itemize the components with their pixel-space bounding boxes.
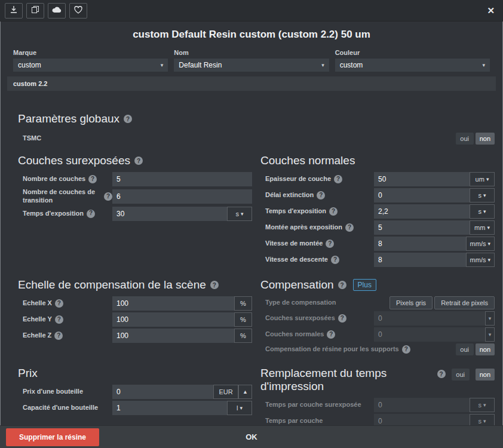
montee-apres-exposition-input[interactable]: 5	[374, 220, 470, 235]
supports-non-button[interactable]: non	[476, 343, 495, 355]
unit-select[interactable]: um ▾	[470, 172, 495, 186]
help-icon[interactable]: ?	[338, 314, 346, 323]
currency-dropdown-button[interactable]: ▲	[238, 385, 252, 399]
couleur-label: Couleur	[335, 49, 490, 56]
tsmc-oui-button[interactable]: oui	[456, 133, 474, 145]
help-icon[interactable]: ?	[88, 175, 97, 183]
delai-extinction-input[interactable]: 0	[374, 188, 470, 202]
field-row: Nombre de couches de transition ? 6	[23, 188, 252, 205]
scale-title: Echelle de compensation de la scène ?	[18, 278, 252, 291]
field-row: Couches surexposées ? 0 ▾	[265, 311, 495, 326]
retrait-de-pixels-button[interactable]: Retrait de pixels	[434, 296, 495, 309]
echelle-y-input[interactable]: 100	[112, 312, 234, 327]
help-icon[interactable]: ?	[124, 115, 132, 123]
chevron-down-icon: ▾	[483, 192, 486, 198]
help-icon[interactable]: ?	[327, 330, 335, 339]
download-button[interactable]	[5, 3, 23, 19]
chevron-down-icon: ▾	[486, 176, 489, 182]
help-icon[interactable]: ?	[210, 281, 219, 289]
price-title: Prix	[18, 367, 252, 380]
field-row: Epaisseur de couche ? 50 um ▾	[265, 172, 495, 186]
temps-exposition-input[interactable]: 2,2	[374, 204, 470, 219]
epaisseur-couche-input[interactable]: 50	[374, 172, 470, 186]
cloud-upload-button[interactable]	[48, 3, 66, 19]
help-icon[interactable]: ?	[437, 370, 446, 378]
time-override-section: Remplacement du temps d'impression ? oui…	[260, 357, 495, 430]
tsmc-non-button[interactable]: non	[476, 133, 495, 145]
unit-select[interactable]: mm/s ▾	[466, 253, 495, 267]
time-override-oui-button[interactable]: oui	[452, 369, 470, 381]
unit-select[interactable]: s ▾	[470, 398, 495, 412]
delete-resin-button[interactable]: Supprimer la résine	[6, 428, 99, 446]
field-label: Vitesse de descente ?	[265, 256, 374, 264]
close-button[interactable]: ✕	[483, 4, 498, 17]
vitesse-montee-input[interactable]: 8	[374, 237, 466, 251]
vitesse-descente-input[interactable]: 8	[374, 253, 466, 267]
echelle-z-input[interactable]: 100	[112, 329, 234, 343]
marque-value: custom	[18, 61, 41, 69]
help-icon[interactable]: ?	[54, 332, 63, 340]
help-icon[interactable]: ?	[402, 345, 410, 354]
unit-select[interactable]: l ▾	[227, 401, 252, 415]
echelle-x-input[interactable]: 100	[112, 296, 234, 311]
help-icon[interactable]: ?	[345, 223, 354, 232]
help-icon[interactable]: ?	[326, 240, 334, 248]
global-params-section: Paramètres globaux ? TSMC oui non	[0, 112, 503, 145]
field-label: Echelle Y ?	[23, 315, 112, 324]
help-icon[interactable]: ?	[134, 157, 143, 165]
compensation-section: Compensation ? Plus Type de compensation…	[260, 269, 495, 357]
duplicate-button[interactable]	[26, 3, 44, 19]
nombre-couches-input[interactable]: 5	[112, 172, 252, 186]
marque-select[interactable]: custom ▾	[13, 59, 168, 72]
help-icon[interactable]: ?	[329, 207, 338, 216]
pixels-gris-button[interactable]: Pixels gris	[389, 296, 433, 309]
time-override-header: Remplacement du temps d'impression ? oui…	[260, 367, 495, 393]
help-icon[interactable]: ?	[87, 210, 95, 218]
toolbar: ✕	[0, 0, 503, 22]
field-label: Echelle Z ?	[23, 332, 112, 340]
compensation-normales-input[interactable]: 0	[374, 327, 485, 342]
nom-select[interactable]: Default Resin ▾	[174, 59, 329, 72]
chevron-down-icon: ▾	[240, 405, 243, 411]
unit-select[interactable]: mm/s ▾	[466, 237, 495, 251]
couches-transition-input[interactable]: 6	[112, 189, 252, 204]
help-icon[interactable]: ?	[55, 299, 63, 308]
couleur-select[interactable]: custom ▾	[335, 59, 490, 72]
field-row: Couches normales ? 0 ▾	[265, 327, 495, 342]
chevron-down-icon: ▾	[483, 402, 486, 408]
help-icon[interactable]: ?	[331, 256, 339, 264]
field-label: Nombre de couches ?	[23, 175, 112, 183]
unit-select[interactable]: ▾	[485, 311, 495, 326]
unit-select[interactable]: s ▾	[227, 207, 252, 221]
unit-label: %	[234, 329, 252, 343]
unit-label: %	[234, 312, 252, 327]
help-icon[interactable]: ?	[55, 315, 63, 324]
temps-exposition-surexposees-input[interactable]: 30	[112, 207, 227, 221]
prix-bouteille-input[interactable]: 0	[112, 385, 213, 399]
nom-value: Default Resin	[179, 61, 222, 69]
help-icon[interactable]: ?	[334, 175, 342, 183]
help-icon[interactable]: ?	[104, 192, 112, 201]
compensation-surexposees-input[interactable]: 0	[374, 311, 485, 326]
supports-oui-button[interactable]: oui	[456, 343, 474, 355]
unit-label: %	[234, 296, 252, 311]
temps-couche-surexposee-input[interactable]: 0	[374, 398, 470, 412]
cloud-icon	[52, 6, 62, 15]
chevron-down-icon: ▾	[483, 208, 486, 214]
favorite-button[interactable]	[69, 3, 87, 19]
unit-select[interactable]: s ▾	[470, 204, 495, 219]
capacite-bouteille-input[interactable]: 1	[112, 401, 227, 415]
marque-label: Marque	[13, 49, 168, 56]
unit-select[interactable]: mm ▾	[470, 220, 495, 235]
compensation-plus-button[interactable]: Plus	[353, 279, 376, 291]
currency-unit[interactable]: EUR	[213, 385, 238, 399]
help-icon[interactable]: ?	[317, 191, 325, 200]
unit-select[interactable]: s ▾	[470, 188, 495, 202]
unit-select[interactable]: ▾	[485, 327, 495, 342]
variant-item[interactable]: custom 2.2	[7, 76, 496, 91]
resin-selectors: Marque custom ▾ Nom Default Resin ▾ Coul…	[0, 47, 503, 72]
normal-layers-title: Couches normales	[260, 154, 495, 167]
help-icon[interactable]: ?	[338, 281, 346, 289]
time-override-non-button[interactable]: non	[476, 369, 495, 381]
field-label: Epaisseur de couche ?	[265, 175, 374, 183]
